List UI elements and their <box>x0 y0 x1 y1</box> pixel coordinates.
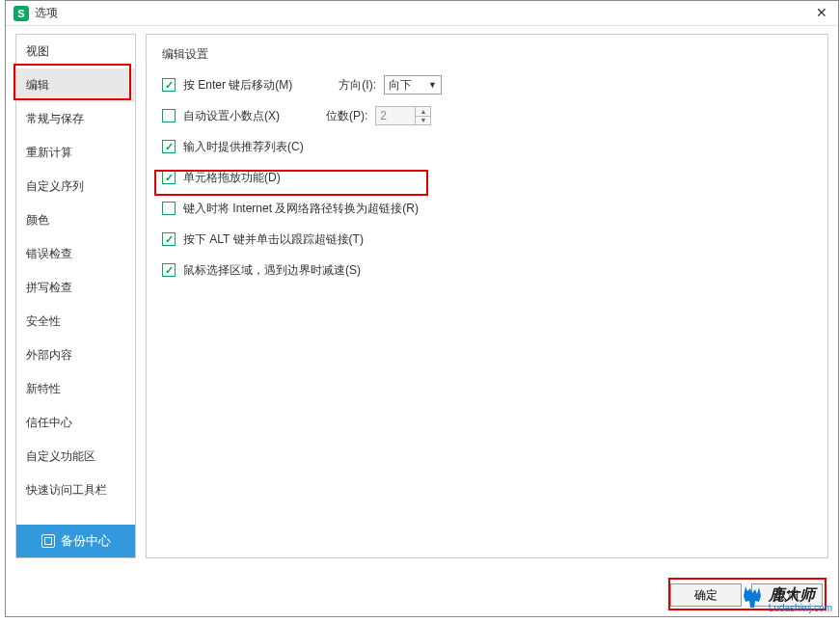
sidebar-item-spellcheck[interactable]: 拼写检查 <box>16 271 135 305</box>
direction-dropdown[interactable]: 向下 ▼ <box>384 75 442 95</box>
titlebar: 选项 ✕ <box>6 1 838 26</box>
option-alt-click-link: 按下 ALT 键并单击以跟踪超链接(T) <box>162 229 812 250</box>
sidebar-item-custom-list[interactable]: 自定义序列 <box>16 170 135 203</box>
option-mouse-slow: 鼠标选择区域，遇到边界时减速(S) <box>162 259 812 281</box>
option-auto-decimal: 自动设置小数点(X) 位数(P): 2 ▲ ▼ <box>162 105 812 126</box>
sidebar-item-recalc[interactable]: 重新计算 <box>16 136 135 170</box>
backup-label: 备份中心 <box>61 532 111 550</box>
sidebar-item-view[interactable]: 视图 <box>16 35 135 68</box>
spinner-up-icon[interactable]: ▲ <box>415 107 430 117</box>
sidebar: 视图 编辑 常规与保存 重新计算 自定义序列 颜色 错误检查 拼写检查 安全性 … <box>15 34 136 558</box>
option-cell-drag: 单元格拖放功能(D) <box>162 167 812 188</box>
option-label: 键入时将 Internet 及网络路径转换为超链接(R) <box>183 201 419 217</box>
app-icon <box>14 6 29 21</box>
sidebar-item-general-save[interactable]: 常规与保存 <box>16 102 135 136</box>
sidebar-item-edit[interactable]: 编辑 <box>16 68 135 102</box>
checkbox-auto-decimal[interactable] <box>162 109 176 122</box>
watermark-url: Ludashiwj.com <box>769 603 832 613</box>
digits-label: 位数(P): <box>326 108 367 124</box>
digits-spinner[interactable]: 2 ▲ ▼ <box>375 106 431 125</box>
sidebar-item-trust-center[interactable]: 信任中心 <box>16 406 135 440</box>
option-label: 单元格拖放功能(D) <box>183 170 281 186</box>
option-enter-move: 按 Enter 键后移动(M) 方向(I): 向下 ▼ <box>162 74 812 95</box>
dropdown-value: 向下 <box>389 77 412 94</box>
checkbox-alt-click-link[interactable] <box>162 232 176 246</box>
option-label: 输入时提供推荐列表(C) <box>183 139 304 155</box>
option-label: 鼠标选择区域，遇到边界时减速(S) <box>183 262 361 279</box>
option-label: 按 Enter 键后移动(M) <box>183 77 292 94</box>
checkbox-hyperlink[interactable] <box>162 202 176 215</box>
backup-center-button[interactable]: 备份中心 <box>16 525 135 557</box>
sidebar-item-external[interactable]: 外部内容 <box>16 339 135 372</box>
sidebar-item-new-features[interactable]: 新特性 <box>16 372 135 406</box>
option-label: 按下 ALT 键并单击以跟踪超链接(T) <box>183 231 364 248</box>
sidebar-list: 视图 编辑 常规与保存 重新计算 自定义序列 颜色 错误检查 拼写检查 安全性 … <box>16 35 135 525</box>
direction-label: 方向(I): <box>339 77 376 94</box>
sidebar-item-customize-ribbon[interactable]: 自定义功能区 <box>16 440 135 474</box>
sidebar-item-color[interactable]: 颜色 <box>16 203 135 237</box>
watermark: 鹿大师 Ludashiwj.com <box>738 582 832 617</box>
checkbox-enter-move[interactable] <box>162 78 176 92</box>
chevron-down-icon: ▼ <box>428 80 437 90</box>
section-title: 编辑设置 <box>162 46 812 63</box>
deer-icon <box>738 582 767 617</box>
sidebar-item-security[interactable]: 安全性 <box>16 305 135 339</box>
spinner-value: 2 <box>380 109 387 122</box>
option-hyperlink: 键入时将 Internet 及网络路径转换为超链接(R) <box>162 198 812 219</box>
content-panel: 编辑设置 按 Enter 键后移动(M) 方向(I): 向下 ▼ 自动设置小数点… <box>146 34 828 558</box>
ok-button[interactable]: 确定 <box>670 583 742 607</box>
spinner-down-icon[interactable]: ▼ <box>415 117 430 125</box>
watermark-brand: 鹿大师 <box>769 586 832 604</box>
options-dialog: 选项 ✕ 视图 编辑 常规与保存 重新计算 自定义序列 颜色 错误检查 拼写检查… <box>5 0 839 617</box>
sidebar-item-quick-access[interactable]: 快速访问工具栏 <box>16 474 135 507</box>
backup-icon <box>41 534 55 548</box>
checkbox-cell-drag[interactable] <box>162 171 176 184</box>
dialog-title: 选项 <box>35 5 58 21</box>
checkbox-autocomplete[interactable] <box>162 140 176 153</box>
option-label: 自动设置小数点(X) <box>183 108 280 124</box>
option-autocomplete: 输入时提供推荐列表(C) <box>162 136 812 157</box>
dialog-body: 视图 编辑 常规与保存 重新计算 自定义序列 颜色 错误检查 拼写检查 安全性 … <box>6 26 838 566</box>
checkbox-mouse-slow[interactable] <box>162 263 176 277</box>
close-icon[interactable]: ✕ <box>813 5 830 22</box>
sidebar-item-error-check[interactable]: 错误检查 <box>16 237 135 271</box>
